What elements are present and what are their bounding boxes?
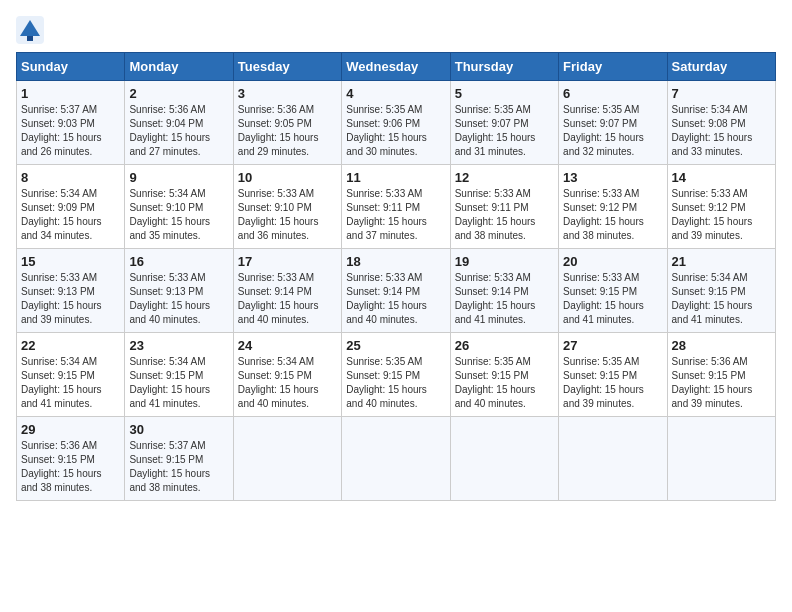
calendar-cell: 22Sunrise: 5:34 AM Sunset: 9:15 PM Dayli… (17, 333, 125, 417)
calendar-cell (342, 417, 450, 501)
logo (16, 16, 48, 44)
calendar-cell: 2Sunrise: 5:36 AM Sunset: 9:04 PM Daylig… (125, 81, 233, 165)
header-sunday: Sunday (17, 53, 125, 81)
days-header-row: SundayMondayTuesdayWednesdayThursdayFrid… (17, 53, 776, 81)
cell-content: Sunrise: 5:33 AM Sunset: 9:12 PM Dayligh… (672, 187, 771, 243)
day-number: 24 (238, 338, 337, 353)
day-number: 15 (21, 254, 120, 269)
calendar-cell: 24Sunrise: 5:34 AM Sunset: 9:15 PM Dayli… (233, 333, 341, 417)
day-number: 19 (455, 254, 554, 269)
day-number: 10 (238, 170, 337, 185)
header-monday: Monday (125, 53, 233, 81)
cell-content: Sunrise: 5:36 AM Sunset: 9:05 PM Dayligh… (238, 103, 337, 159)
day-number: 23 (129, 338, 228, 353)
calendar-cell: 9Sunrise: 5:34 AM Sunset: 9:10 PM Daylig… (125, 165, 233, 249)
cell-content: Sunrise: 5:33 AM Sunset: 9:12 PM Dayligh… (563, 187, 662, 243)
cell-content: Sunrise: 5:37 AM Sunset: 9:15 PM Dayligh… (129, 439, 228, 495)
cell-content: Sunrise: 5:33 AM Sunset: 9:13 PM Dayligh… (21, 271, 120, 327)
cell-content: Sunrise: 5:35 AM Sunset: 9:15 PM Dayligh… (563, 355, 662, 411)
calendar-cell: 20Sunrise: 5:33 AM Sunset: 9:15 PM Dayli… (559, 249, 667, 333)
calendar-cell: 12Sunrise: 5:33 AM Sunset: 9:11 PM Dayli… (450, 165, 558, 249)
calendar-cell: 8Sunrise: 5:34 AM Sunset: 9:09 PM Daylig… (17, 165, 125, 249)
header-thursday: Thursday (450, 53, 558, 81)
calendar-cell: 19Sunrise: 5:33 AM Sunset: 9:14 PM Dayli… (450, 249, 558, 333)
cell-content: Sunrise: 5:35 AM Sunset: 9:06 PM Dayligh… (346, 103, 445, 159)
cell-content: Sunrise: 5:33 AM Sunset: 9:14 PM Dayligh… (346, 271, 445, 327)
calendar-cell: 25Sunrise: 5:35 AM Sunset: 9:15 PM Dayli… (342, 333, 450, 417)
day-number: 4 (346, 86, 445, 101)
cell-content: Sunrise: 5:33 AM Sunset: 9:14 PM Dayligh… (238, 271, 337, 327)
calendar-cell: 27Sunrise: 5:35 AM Sunset: 9:15 PM Dayli… (559, 333, 667, 417)
calendar-cell: 11Sunrise: 5:33 AM Sunset: 9:11 PM Dayli… (342, 165, 450, 249)
cell-content: Sunrise: 5:34 AM Sunset: 9:15 PM Dayligh… (238, 355, 337, 411)
day-number: 1 (21, 86, 120, 101)
calendar-cell (233, 417, 341, 501)
cell-content: Sunrise: 5:33 AM Sunset: 9:13 PM Dayligh… (129, 271, 228, 327)
day-number: 30 (129, 422, 228, 437)
cell-content: Sunrise: 5:35 AM Sunset: 9:07 PM Dayligh… (455, 103, 554, 159)
calendar-cell: 5Sunrise: 5:35 AM Sunset: 9:07 PM Daylig… (450, 81, 558, 165)
day-number: 28 (672, 338, 771, 353)
day-number: 5 (455, 86, 554, 101)
calendar-cell: 13Sunrise: 5:33 AM Sunset: 9:12 PM Dayli… (559, 165, 667, 249)
calendar-cell: 21Sunrise: 5:34 AM Sunset: 9:15 PM Dayli… (667, 249, 775, 333)
cell-content: Sunrise: 5:33 AM Sunset: 9:10 PM Dayligh… (238, 187, 337, 243)
cell-content: Sunrise: 5:34 AM Sunset: 9:15 PM Dayligh… (129, 355, 228, 411)
day-number: 22 (21, 338, 120, 353)
cell-content: Sunrise: 5:33 AM Sunset: 9:11 PM Dayligh… (455, 187, 554, 243)
calendar-cell (450, 417, 558, 501)
day-number: 14 (672, 170, 771, 185)
logo-icon (16, 16, 44, 44)
calendar-cell: 18Sunrise: 5:33 AM Sunset: 9:14 PM Dayli… (342, 249, 450, 333)
calendar-cell: 4Sunrise: 5:35 AM Sunset: 9:06 PM Daylig… (342, 81, 450, 165)
cell-content: Sunrise: 5:33 AM Sunset: 9:11 PM Dayligh… (346, 187, 445, 243)
day-number: 17 (238, 254, 337, 269)
day-number: 6 (563, 86, 662, 101)
week-row-4: 29Sunrise: 5:36 AM Sunset: 9:15 PM Dayli… (17, 417, 776, 501)
calendar-table: SundayMondayTuesdayWednesdayThursdayFrid… (16, 52, 776, 501)
day-number: 20 (563, 254, 662, 269)
header-tuesday: Tuesday (233, 53, 341, 81)
day-number: 26 (455, 338, 554, 353)
cell-content: Sunrise: 5:37 AM Sunset: 9:03 PM Dayligh… (21, 103, 120, 159)
calendar-cell: 10Sunrise: 5:33 AM Sunset: 9:10 PM Dayli… (233, 165, 341, 249)
day-number: 2 (129, 86, 228, 101)
day-number: 7 (672, 86, 771, 101)
cell-content: Sunrise: 5:35 AM Sunset: 9:07 PM Dayligh… (563, 103, 662, 159)
calendar-cell: 26Sunrise: 5:35 AM Sunset: 9:15 PM Dayli… (450, 333, 558, 417)
cell-content: Sunrise: 5:36 AM Sunset: 9:15 PM Dayligh… (672, 355, 771, 411)
day-number: 8 (21, 170, 120, 185)
page-header (16, 16, 776, 44)
cell-content: Sunrise: 5:34 AM Sunset: 9:09 PM Dayligh… (21, 187, 120, 243)
cell-content: Sunrise: 5:34 AM Sunset: 9:15 PM Dayligh… (672, 271, 771, 327)
week-row-3: 22Sunrise: 5:34 AM Sunset: 9:15 PM Dayli… (17, 333, 776, 417)
day-number: 29 (21, 422, 120, 437)
day-number: 3 (238, 86, 337, 101)
calendar-cell: 16Sunrise: 5:33 AM Sunset: 9:13 PM Dayli… (125, 249, 233, 333)
calendar-cell: 3Sunrise: 5:36 AM Sunset: 9:05 PM Daylig… (233, 81, 341, 165)
day-number: 27 (563, 338, 662, 353)
header-saturday: Saturday (667, 53, 775, 81)
day-number: 18 (346, 254, 445, 269)
calendar-cell: 7Sunrise: 5:34 AM Sunset: 9:08 PM Daylig… (667, 81, 775, 165)
svg-rect-2 (27, 36, 33, 41)
day-number: 13 (563, 170, 662, 185)
header-friday: Friday (559, 53, 667, 81)
calendar-cell: 30Sunrise: 5:37 AM Sunset: 9:15 PM Dayli… (125, 417, 233, 501)
day-number: 9 (129, 170, 228, 185)
calendar-cell (559, 417, 667, 501)
cell-content: Sunrise: 5:35 AM Sunset: 9:15 PM Dayligh… (346, 355, 445, 411)
cell-content: Sunrise: 5:36 AM Sunset: 9:04 PM Dayligh… (129, 103, 228, 159)
calendar-cell: 29Sunrise: 5:36 AM Sunset: 9:15 PM Dayli… (17, 417, 125, 501)
calendar-cell: 17Sunrise: 5:33 AM Sunset: 9:14 PM Dayli… (233, 249, 341, 333)
day-number: 25 (346, 338, 445, 353)
header-wednesday: Wednesday (342, 53, 450, 81)
cell-content: Sunrise: 5:36 AM Sunset: 9:15 PM Dayligh… (21, 439, 120, 495)
calendar-cell: 1Sunrise: 5:37 AM Sunset: 9:03 PM Daylig… (17, 81, 125, 165)
cell-content: Sunrise: 5:34 AM Sunset: 9:10 PM Dayligh… (129, 187, 228, 243)
day-number: 16 (129, 254, 228, 269)
cell-content: Sunrise: 5:34 AM Sunset: 9:08 PM Dayligh… (672, 103, 771, 159)
calendar-cell: 14Sunrise: 5:33 AM Sunset: 9:12 PM Dayli… (667, 165, 775, 249)
calendar-cell: 28Sunrise: 5:36 AM Sunset: 9:15 PM Dayli… (667, 333, 775, 417)
day-number: 11 (346, 170, 445, 185)
